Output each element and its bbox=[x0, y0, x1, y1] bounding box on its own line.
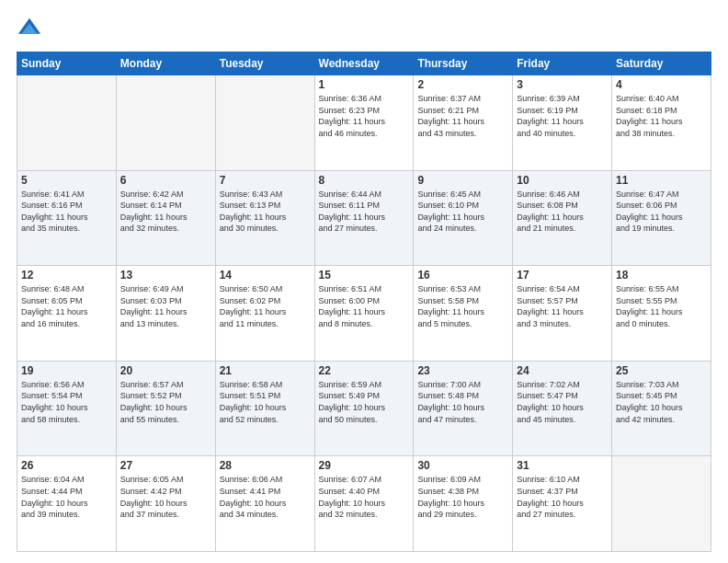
calendar-cell: 25Sunrise: 7:03 AMSunset: 5:45 PMDayligh… bbox=[612, 361, 711, 456]
calendar-header-row: SundayMondayTuesdayWednesdayThursdayFrid… bbox=[17, 52, 711, 75]
header bbox=[17, 17, 711, 42]
day-info: Sunrise: 6:57 AMSunset: 5:52 PMDaylight:… bbox=[120, 379, 211, 425]
day-number: 22 bbox=[319, 364, 410, 377]
day-number: 15 bbox=[319, 269, 410, 282]
day-number: 18 bbox=[616, 269, 707, 282]
column-header-tuesday: Tuesday bbox=[215, 52, 314, 75]
calendar-cell: 27Sunrise: 6:05 AMSunset: 4:42 PMDayligh… bbox=[116, 456, 215, 552]
calendar-cell: 29Sunrise: 6:07 AMSunset: 4:40 PMDayligh… bbox=[314, 456, 414, 552]
day-info: Sunrise: 6:48 AMSunset: 6:05 PMDaylight:… bbox=[21, 283, 112, 329]
day-number: 6 bbox=[120, 174, 211, 187]
calendar-cell: 2Sunrise: 6:37 AMSunset: 6:21 PMDaylight… bbox=[414, 75, 513, 171]
calendar-cell: 16Sunrise: 6:53 AMSunset: 5:58 PMDayligh… bbox=[414, 266, 513, 362]
day-info: Sunrise: 6:49 AMSunset: 6:03 PMDaylight:… bbox=[120, 283, 211, 329]
day-number: 30 bbox=[417, 459, 508, 472]
day-info: Sunrise: 6:42 AMSunset: 6:14 PMDaylight:… bbox=[120, 189, 211, 235]
calendar-cell: 4Sunrise: 6:40 AMSunset: 6:18 PMDaylight… bbox=[612, 75, 711, 171]
day-number: 2 bbox=[417, 78, 508, 91]
calendar-cell bbox=[612, 456, 711, 552]
calendar-cell: 7Sunrise: 6:43 AMSunset: 6:13 PMDaylight… bbox=[215, 170, 314, 266]
calendar-cell: 30Sunrise: 6:09 AMSunset: 4:38 PMDayligh… bbox=[414, 456, 513, 552]
day-number: 16 bbox=[417, 269, 508, 282]
calendar-cell bbox=[215, 75, 314, 171]
day-number: 20 bbox=[120, 364, 211, 377]
day-info: Sunrise: 6:05 AMSunset: 4:42 PMDaylight:… bbox=[120, 474, 211, 520]
day-number: 26 bbox=[21, 459, 112, 472]
day-number: 17 bbox=[517, 269, 608, 282]
day-number: 28 bbox=[220, 459, 311, 472]
day-info: Sunrise: 6:51 AMSunset: 6:00 PMDaylight:… bbox=[319, 283, 410, 329]
day-number: 12 bbox=[21, 269, 112, 282]
day-number: 11 bbox=[616, 174, 707, 187]
calendar-cell bbox=[17, 75, 117, 171]
calendar-cell bbox=[116, 75, 215, 171]
calendar-cell: 18Sunrise: 6:55 AMSunset: 5:55 PMDayligh… bbox=[612, 266, 711, 362]
day-info: Sunrise: 7:02 AMSunset: 5:47 PMDaylight:… bbox=[517, 379, 608, 425]
day-info: Sunrise: 6:43 AMSunset: 6:13 PMDaylight:… bbox=[220, 189, 311, 235]
calendar-cell: 3Sunrise: 6:39 AMSunset: 6:19 PMDaylight… bbox=[513, 75, 612, 171]
calendar-week-row: 12Sunrise: 6:48 AMSunset: 6:05 PMDayligh… bbox=[17, 266, 711, 362]
column-header-saturday: Saturday bbox=[612, 52, 711, 75]
day-number: 4 bbox=[616, 78, 707, 91]
calendar-cell: 19Sunrise: 6:56 AMSunset: 5:54 PMDayligh… bbox=[17, 361, 117, 456]
calendar-cell: 15Sunrise: 6:51 AMSunset: 6:00 PMDayligh… bbox=[314, 266, 414, 362]
column-header-sunday: Sunday bbox=[17, 52, 117, 75]
day-info: Sunrise: 6:10 AMSunset: 4:37 PMDaylight:… bbox=[517, 474, 608, 520]
page: SundayMondayTuesdayWednesdayThursdayFrid… bbox=[0, 0, 728, 563]
column-header-friday: Friday bbox=[513, 52, 612, 75]
day-number: 27 bbox=[120, 459, 211, 472]
logo-icon bbox=[17, 17, 42, 42]
day-number: 24 bbox=[517, 364, 608, 377]
calendar-cell: 17Sunrise: 6:54 AMSunset: 5:57 PMDayligh… bbox=[513, 266, 612, 362]
day-info: Sunrise: 6:44 AMSunset: 6:11 PMDaylight:… bbox=[319, 189, 410, 235]
day-number: 1 bbox=[319, 78, 410, 91]
day-info: Sunrise: 6:04 AMSunset: 4:44 PMDaylight:… bbox=[21, 474, 112, 520]
day-info: Sunrise: 6:59 AMSunset: 5:49 PMDaylight:… bbox=[319, 379, 410, 425]
day-info: Sunrise: 6:45 AMSunset: 6:10 PMDaylight:… bbox=[417, 189, 508, 235]
calendar-cell: 28Sunrise: 6:06 AMSunset: 4:41 PMDayligh… bbox=[215, 456, 314, 552]
day-info: Sunrise: 6:55 AMSunset: 5:55 PMDaylight:… bbox=[616, 283, 707, 329]
calendar-cell: 12Sunrise: 6:48 AMSunset: 6:05 PMDayligh… bbox=[17, 266, 117, 362]
day-number: 31 bbox=[517, 459, 608, 472]
day-number: 23 bbox=[417, 364, 508, 377]
day-info: Sunrise: 6:54 AMSunset: 5:57 PMDaylight:… bbox=[517, 283, 608, 329]
calendar-week-row: 26Sunrise: 6:04 AMSunset: 4:44 PMDayligh… bbox=[17, 456, 711, 552]
calendar-cell: 22Sunrise: 6:59 AMSunset: 5:49 PMDayligh… bbox=[314, 361, 414, 456]
calendar-week-row: 5Sunrise: 6:41 AMSunset: 6:16 PMDaylight… bbox=[17, 170, 711, 266]
day-info: Sunrise: 6:47 AMSunset: 6:06 PMDaylight:… bbox=[616, 189, 707, 235]
column-header-wednesday: Wednesday bbox=[314, 52, 414, 75]
day-info: Sunrise: 6:50 AMSunset: 6:02 PMDaylight:… bbox=[220, 283, 311, 329]
calendar-cell: 31Sunrise: 6:10 AMSunset: 4:37 PMDayligh… bbox=[513, 456, 612, 552]
day-number: 9 bbox=[417, 174, 508, 187]
day-number: 13 bbox=[120, 269, 211, 282]
column-header-thursday: Thursday bbox=[414, 52, 513, 75]
calendar-week-row: 1Sunrise: 6:36 AMSunset: 6:23 PMDaylight… bbox=[17, 75, 711, 171]
column-header-monday: Monday bbox=[116, 52, 215, 75]
calendar-cell: 23Sunrise: 7:00 AMSunset: 5:48 PMDayligh… bbox=[414, 361, 513, 456]
calendar-cell: 26Sunrise: 6:04 AMSunset: 4:44 PMDayligh… bbox=[17, 456, 117, 552]
day-info: Sunrise: 6:37 AMSunset: 6:21 PMDaylight:… bbox=[417, 93, 508, 139]
calendar-cell: 24Sunrise: 7:02 AMSunset: 5:47 PMDayligh… bbox=[513, 361, 612, 456]
day-info: Sunrise: 6:56 AMSunset: 5:54 PMDaylight:… bbox=[21, 379, 112, 425]
calendar-cell: 13Sunrise: 6:49 AMSunset: 6:03 PMDayligh… bbox=[116, 266, 215, 362]
day-info: Sunrise: 6:07 AMSunset: 4:40 PMDaylight:… bbox=[319, 474, 410, 520]
day-number: 29 bbox=[319, 459, 410, 472]
calendar-cell: 14Sunrise: 6:50 AMSunset: 6:02 PMDayligh… bbox=[215, 266, 314, 362]
day-number: 25 bbox=[616, 364, 707, 377]
day-number: 10 bbox=[517, 174, 608, 187]
calendar-table: SundayMondayTuesdayWednesdayThursdayFrid… bbox=[17, 52, 711, 552]
calendar-cell: 5Sunrise: 6:41 AMSunset: 6:16 PMDaylight… bbox=[17, 170, 117, 266]
calendar-cell: 20Sunrise: 6:57 AMSunset: 5:52 PMDayligh… bbox=[116, 361, 215, 456]
day-number: 7 bbox=[220, 174, 311, 187]
day-info: Sunrise: 6:53 AMSunset: 5:58 PMDaylight:… bbox=[417, 283, 508, 329]
day-info: Sunrise: 6:06 AMSunset: 4:41 PMDaylight:… bbox=[220, 474, 311, 520]
calendar-cell: 10Sunrise: 6:46 AMSunset: 6:08 PMDayligh… bbox=[513, 170, 612, 266]
calendar-cell: 21Sunrise: 6:58 AMSunset: 5:51 PMDayligh… bbox=[215, 361, 314, 456]
day-number: 8 bbox=[319, 174, 410, 187]
calendar-cell: 6Sunrise: 6:42 AMSunset: 6:14 PMDaylight… bbox=[116, 170, 215, 266]
calendar-cell: 8Sunrise: 6:44 AMSunset: 6:11 PMDaylight… bbox=[314, 170, 414, 266]
day-info: Sunrise: 7:03 AMSunset: 5:45 PMDaylight:… bbox=[616, 379, 707, 425]
calendar-week-row: 19Sunrise: 6:56 AMSunset: 5:54 PMDayligh… bbox=[17, 361, 711, 456]
day-number: 14 bbox=[220, 269, 311, 282]
day-number: 19 bbox=[21, 364, 112, 377]
